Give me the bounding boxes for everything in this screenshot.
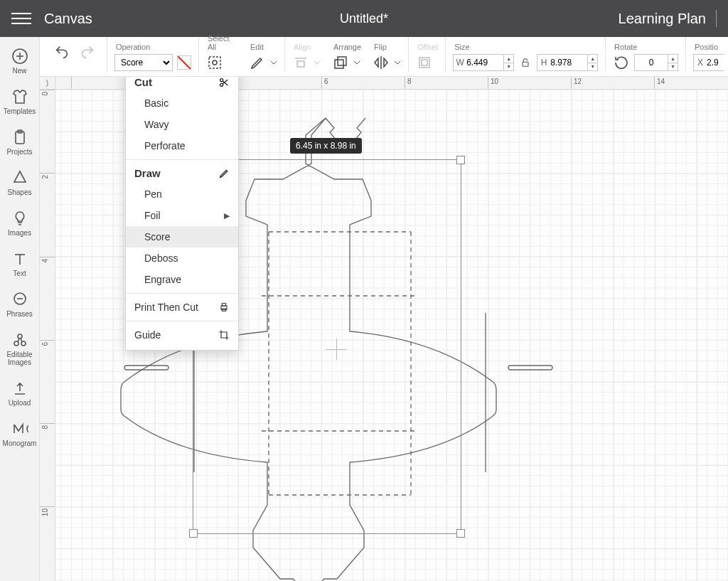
- operation-select[interactable]: Score: [114, 54, 173, 71]
- sidebar-item-phrases[interactable]: Phrases: [0, 284, 40, 325]
- height-input[interactable]: H ▲▼: [537, 54, 598, 71]
- sidebar-item-new[interactable]: New: [0, 41, 40, 82]
- rotate-label: Rotate: [614, 43, 678, 51]
- sidebar-item-templates[interactable]: Templates: [0, 82, 40, 122]
- chevron-down-icon[interactable]: [353, 59, 360, 66]
- svg-rect-18: [335, 60, 343, 68]
- sidebar-item-text[interactable]: Text: [0, 244, 40, 284]
- svg-point-11: [18, 334, 22, 339]
- offset-icon: [416, 54, 433, 71]
- rotate-input[interactable]: ▲▼: [634, 54, 678, 71]
- ruler-vertical: 0246810: [40, 90, 55, 581]
- sidebar-item-label: Images: [0, 229, 40, 237]
- bulb-icon: [0, 209, 40, 228]
- svg-rect-22: [523, 62, 528, 66]
- dimensions-badge: 6.45 in x 8.98 in: [290, 138, 362, 154]
- op-menu-title: Draw: [134, 167, 161, 179]
- sidebar-item-label: Editable Images: [0, 351, 40, 366]
- sidebar-item-upload[interactable]: Upload: [0, 373, 40, 414]
- handle-se[interactable]: [456, 529, 465, 538]
- handle-ne[interactable]: [456, 156, 465, 164]
- op-item-foil[interactable]: Foil▶: [126, 205, 238, 226]
- shirt-icon: [0, 87, 40, 106]
- operation-group: Operation Score: [109, 43, 197, 72]
- rotate-icon[interactable]: [613, 54, 630, 71]
- h-prefix: H: [537, 58, 550, 68]
- selectall-label: Select All: [208, 34, 237, 51]
- arrange-icon[interactable]: [332, 54, 349, 71]
- sidebar-item-shapes[interactable]: Shapes: [0, 163, 40, 203]
- svg-rect-36: [222, 304, 225, 306]
- operation-menu[interactable]: Cut Basic Wavy Perforate Draw Pen Foil▶ …: [125, 77, 239, 351]
- offset-label: Offset: [417, 43, 438, 51]
- sidebar-item-label: Shapes: [0, 188, 40, 196]
- op-item-guide[interactable]: Guide: [126, 324, 238, 346]
- toolbar: Operation Score Select All Edit Align Ar…: [40, 37, 728, 77]
- undo-button[interactable]: [54, 44, 70, 62]
- redo-button[interactable]: [80, 44, 95, 62]
- learning-plan-link[interactable]: Learning Plan: [619, 11, 706, 27]
- chevron-down-icon[interactable]: [394, 59, 401, 66]
- sidebar-item-label: Projects: [0, 148, 40, 156]
- flip-icon[interactable]: [373, 54, 390, 71]
- sidebar-item-label: New: [0, 67, 40, 75]
- sidebar-item-label: Phrases: [0, 310, 40, 318]
- sidebar-item-label: Text: [0, 270, 40, 277]
- op-item-wavy[interactable]: Wavy: [126, 114, 238, 135]
- width-input[interactable]: W ▲▼: [453, 54, 514, 71]
- op-item-deboss[interactable]: Deboss: [126, 247, 238, 269]
- pencil-icon: [218, 168, 230, 179]
- op-item-score[interactable]: Score: [126, 226, 238, 247]
- sidebar-item-label: Monogram: [0, 439, 40, 447]
- op-item-basic[interactable]: Basic: [126, 92, 238, 114]
- header-divider: [716, 10, 717, 27]
- edit-label: Edit: [250, 43, 277, 51]
- op-menu-header-draw: Draw: [126, 163, 238, 183]
- sidebar-item-projects[interactable]: Projects: [0, 122, 40, 163]
- menu-icon[interactable]: [11, 9, 31, 28]
- svg-rect-19: [338, 57, 346, 65]
- sidebar-item-images[interactable]: Images: [0, 203, 40, 244]
- op-item-print-then-cut[interactable]: Print Then Cut: [126, 297, 238, 318]
- printer-icon: [218, 302, 230, 313]
- align-label: Align: [294, 43, 321, 51]
- sidebar-item-monogram[interactable]: Monogram: [0, 414, 40, 454]
- posx-value[interactable]: [707, 55, 724, 70]
- selectall-group: Select All: [200, 34, 243, 72]
- editable-icon: [0, 331, 40, 349]
- chat-icon: [0, 290, 40, 309]
- lock-icon[interactable]: [520, 57, 531, 68]
- clipboard-icon: [0, 128, 40, 146]
- op-item-engrave[interactable]: Engrave: [126, 269, 238, 290]
- posx-input[interactable]: X: [693, 54, 724, 71]
- plus-icon: [0, 47, 40, 65]
- rotate-stepper[interactable]: ▲▼: [668, 55, 678, 70]
- chevron-down-icon[interactable]: [270, 59, 277, 66]
- height-stepper[interactable]: ▲▼: [587, 55, 597, 70]
- handle-sw[interactable]: [189, 529, 198, 538]
- select-all-icon[interactable]: [206, 54, 223, 71]
- svg-rect-21: [422, 60, 427, 65]
- sidebar-item-editable-images[interactable]: Editable Images: [0, 325, 40, 373]
- svg-rect-20: [419, 58, 429, 68]
- app-header: Canvas Untitled* Learning Plan: [0, 0, 728, 37]
- op-item-perforate[interactable]: Perforate: [126, 135, 238, 156]
- width-value[interactable]: [466, 55, 503, 70]
- arrange-group: Arrange: [326, 43, 367, 72]
- sidebar: New Templates Projects Shapes Images Tex…: [0, 37, 40, 581]
- edit-icon[interactable]: [249, 54, 266, 71]
- canvas-area[interactable]: ) 6810121416 0246810: [40, 77, 728, 581]
- color-swatch[interactable]: [177, 55, 191, 70]
- svg-line-13: [21, 339, 22, 342]
- size-label: Size: [454, 43, 598, 51]
- crop-icon: [218, 329, 230, 341]
- w-prefix: W: [454, 58, 466, 68]
- width-stepper[interactable]: ▲▼: [503, 55, 513, 70]
- height-value[interactable]: [550, 55, 587, 70]
- svg-point-15: [213, 60, 217, 65]
- position-label: Positio: [695, 43, 724, 51]
- rotate-value[interactable]: [635, 55, 668, 70]
- flip-group: Flip: [367, 43, 407, 72]
- op-item-pen[interactable]: Pen: [126, 183, 238, 205]
- arrange-label: Arrange: [333, 43, 361, 51]
